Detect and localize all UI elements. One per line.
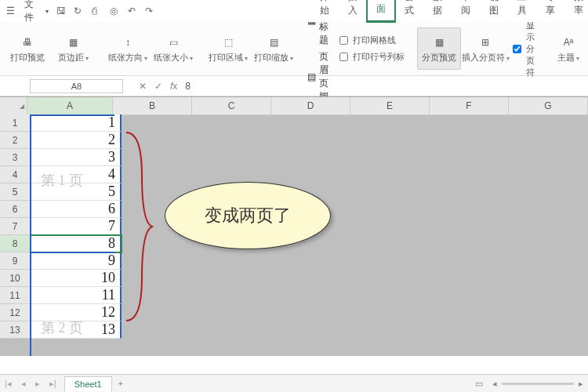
column-headers: ABCDEFG (0, 97, 588, 114)
tab-3[interactable]: 公式 (395, 0, 423, 22)
tab-6[interactable]: 视图 (480, 0, 508, 22)
scroll-left-icon[interactable]: ◂ (488, 379, 502, 389)
paper-size-button[interactable]: ▭纸张大小 (152, 28, 194, 69)
ribbon: 🖶打印预览 ▦页边距 ↕纸张方向 ▭纸张大小 ⬚打印区域 ▤打印缩放 ▦打印标题… (0, 22, 588, 76)
title-bar: ☰ 文件▾ 🖫 ↻ ⎙ ◎ ↶ ↷ (0, 0, 162, 22)
row-header[interactable]: 9 (0, 252, 31, 270)
formula-bar[interactable]: 8 (185, 81, 191, 92)
fx-icon[interactable]: fx (170, 81, 177, 92)
cell-A9[interactable]: 9 (31, 252, 122, 270)
margins-button[interactable]: ▦页边距 (52, 28, 94, 69)
row-header[interactable]: 3 (0, 149, 31, 166)
scroll-right-icon[interactable]: ▸ (574, 379, 588, 389)
row-header[interactable]: 12 (0, 304, 31, 321)
row-header[interactable]: 7 (0, 218, 31, 235)
col-header-D[interactable]: D (271, 97, 350, 115)
themes-button[interactable]: Aª主题 (547, 28, 588, 69)
col-header-F[interactable]: F (430, 97, 509, 115)
row-header[interactable]: 4 (0, 166, 31, 183)
chk-rowcol-hdr[interactable]: 打印行号列标 (336, 50, 405, 64)
spreadsheet-grid[interactable]: ABCDEFG 11223344556677889910101111121213… (0, 96, 588, 356)
tab-2[interactable]: 页面 (367, 0, 395, 22)
tab-5[interactable]: 审阅 (452, 0, 480, 22)
print-area-button[interactable]: ⬚打印区域 (207, 28, 249, 69)
sheet-nav-first-icon[interactable]: |◂ (0, 379, 16, 389)
tab-7[interactable]: 工具 (508, 0, 536, 22)
cell-A2[interactable]: 2 (31, 132, 122, 149)
cancel-icon[interactable]: ✕ (139, 81, 147, 92)
cell-A6[interactable]: 6 (31, 201, 122, 218)
name-box[interactable]: A8 (30, 79, 123, 93)
name-box-bar: A8 ✕ ✓ fx 8 (0, 76, 588, 96)
enter-icon[interactable]: ✓ (154, 81, 162, 92)
cell-A10[interactable]: 10 (31, 270, 122, 287)
refresh-icon[interactable]: ↻ (74, 5, 84, 16)
col-header-B[interactable]: B (113, 97, 192, 115)
tab-8[interactable]: 会员专享 (536, 0, 564, 22)
col-header-E[interactable]: E (350, 97, 430, 115)
print-scale-button[interactable]: ▤打印缩放 (252, 28, 295, 69)
sheet-bar: |◂ ◂ ▸ ▸| Sheet1 + ▭ ◂ ▸ (0, 374, 588, 392)
chk-gridlines[interactable]: 打印网格线 (336, 34, 405, 47)
print-icon[interactable]: ⎙ (92, 5, 102, 16)
page-break-preview-button[interactable]: ▦分页预览 (417, 27, 461, 70)
undo-icon[interactable]: ↶ (128, 5, 138, 16)
row-header[interactable]: 13 (0, 321, 31, 339)
file-menu[interactable]: 文件▾ (24, 0, 49, 24)
col-header-A[interactable]: A (27, 97, 113, 115)
cell-A12[interactable]: 12 (31, 304, 122, 321)
cell-A5[interactable]: 5 (31, 183, 122, 201)
preview-icon[interactable]: ◎ (110, 5, 120, 16)
header-footer-button[interactable]: 页眉页脚 (319, 50, 328, 103)
row-header[interactable]: 5 (0, 183, 31, 201)
ribbon-tabs: 开始插入页面公式数据审阅视图工具会员专享效率 (162, 0, 588, 22)
menu-icon[interactable]: ☰ (6, 5, 16, 16)
col-header-C[interactable]: C (192, 97, 271, 115)
cell-A3[interactable]: 3 (31, 149, 122, 166)
cell-A7[interactable]: 7 (31, 218, 122, 235)
row-header[interactable]: 11 (0, 287, 31, 304)
brace-annotation (122, 129, 154, 325)
tab-1[interactable]: 插入 (339, 0, 367, 22)
redo-icon[interactable]: ↷ (145, 5, 155, 16)
chk-show-page-break[interactable]: 显示分页符 (510, 20, 535, 78)
cell-A4[interactable]: 4 (31, 166, 122, 183)
annotation-callout: 变成两页了 (165, 182, 331, 249)
sheet-nav-prev-icon[interactable]: ◂ (16, 379, 31, 389)
tab-9[interactable]: 效率 (564, 0, 588, 22)
sheet-tab[interactable]: Sheet1 (64, 376, 112, 391)
row-header[interactable]: 10 (0, 270, 31, 287)
cell-A13[interactable]: 13 (31, 321, 122, 339)
cell-A11[interactable]: 11 (31, 287, 122, 304)
col-header-G[interactable]: G (509, 97, 588, 115)
print-preview-button[interactable]: 🖶打印预览 (6, 28, 49, 69)
row-header[interactable]: 2 (0, 132, 31, 149)
tab-0[interactable]: 开始 (310, 0, 339, 22)
row-header[interactable]: 8 (0, 235, 31, 252)
cell-A1[interactable]: 1 (31, 114, 122, 132)
tab-4[interactable]: 数据 (423, 0, 452, 22)
sheet-nav-next-icon[interactable]: ▸ (31, 379, 45, 389)
add-sheet-button[interactable]: + (112, 376, 129, 390)
orientation-button[interactable]: ↕纸张方向 (107, 28, 149, 69)
sheet-nav-last-icon[interactable]: ▸| (45, 379, 61, 389)
row-header[interactable]: 1 (0, 114, 31, 132)
select-all-corner[interactable] (0, 97, 27, 115)
view-list-icon[interactable]: ▭ (470, 379, 488, 389)
cell-A8[interactable]: 8 (31, 235, 122, 252)
header-footer-icon[interactable]: ▤ (307, 71, 316, 82)
insert-page-break-button[interactable]: ⊞插入分页符 (464, 28, 506, 69)
row-header[interactable]: 6 (0, 201, 31, 218)
save-icon[interactable]: 🖫 (56, 5, 67, 16)
